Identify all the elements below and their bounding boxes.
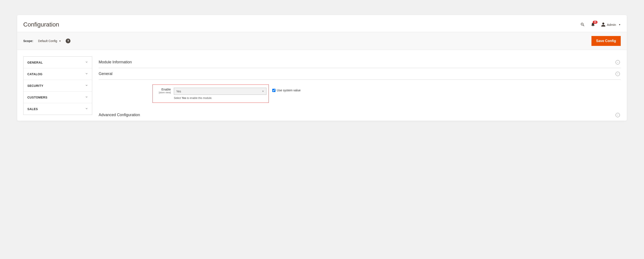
note-bold: Yes xyxy=(182,96,186,100)
scope-left: Scope: Default Config ▼ ? xyxy=(23,38,70,43)
chevron-down-icon xyxy=(85,96,88,99)
save-config-button[interactable]: Save Config xyxy=(592,36,621,46)
scope-picker[interactable]: Default Config ▼ xyxy=(38,39,61,43)
note-post: to enable this module. xyxy=(186,96,212,100)
use-system-checkbox[interactable] xyxy=(272,89,276,92)
caret-icon: ▼ xyxy=(618,24,621,26)
chevron-down-icon xyxy=(85,72,88,76)
config-main: Module Information General Enable [store… xyxy=(99,56,621,121)
field-label: Enable xyxy=(156,88,171,91)
sidebar-item-label: SECURITY xyxy=(27,84,43,88)
section-title: General xyxy=(99,72,112,76)
scope-label: Scope: xyxy=(23,39,34,43)
scope-bar: Scope: Default Config ▼ ? Save Config xyxy=(17,32,627,50)
sidebar-item-label: CATALOG xyxy=(27,72,42,76)
field-enable: Enable [store view] Yes ▼ Select Yes to … xyxy=(156,88,261,100)
help-icon[interactable]: ? xyxy=(66,38,70,43)
notifications-button[interactable]: 35 xyxy=(590,22,595,27)
chevron-down-icon xyxy=(616,113,620,117)
section-module-information[interactable]: Module Information xyxy=(99,56,621,68)
user-label: Admin xyxy=(607,23,616,26)
field-note: Select Yes to enable this module. xyxy=(174,96,266,100)
sidebar-item-label: SALES xyxy=(27,107,38,111)
section-title: Advanced Configuration xyxy=(99,113,140,117)
section-general-body: Enable [store view] Yes ▼ Select Yes to … xyxy=(99,80,621,109)
user-icon xyxy=(601,22,606,27)
sidebar-item-general[interactable]: GENERAL xyxy=(24,57,92,68)
config-sidebar: GENERAL CATALOG SECURITY CUSTOMERS SALES xyxy=(23,56,92,115)
sidebar-item-catalog[interactable]: CATALOG xyxy=(24,68,92,80)
enable-select[interactable]: Yes ▼ xyxy=(174,88,266,95)
note-pre: Select xyxy=(174,96,182,100)
sidebar-item-label: GENERAL xyxy=(27,61,43,64)
section-advanced-configuration[interactable]: Advanced Configuration xyxy=(99,109,621,121)
config-panel: Configuration 35 Admin ▼ Scope: xyxy=(17,15,627,121)
chevron-up-icon xyxy=(616,72,620,76)
field-sublabel: [store view] xyxy=(156,91,171,94)
use-system-label: Use system value xyxy=(277,88,300,92)
search-icon[interactable] xyxy=(580,22,585,27)
page-header: Configuration 35 Admin ▼ xyxy=(17,15,627,32)
page-title: Configuration xyxy=(23,21,59,28)
use-system-value[interactable]: Use system value xyxy=(272,88,300,92)
select-value: Yes xyxy=(176,90,181,93)
chevron-down-icon xyxy=(616,60,620,64)
chevron-down-icon xyxy=(85,60,88,64)
sidebar-item-label: CUSTOMERS xyxy=(27,96,48,99)
sidebar-item-security[interactable]: SECURITY xyxy=(24,80,92,92)
caret-icon: ▼ xyxy=(59,40,61,42)
chevron-down-icon xyxy=(85,107,88,111)
sidebar-item-customers[interactable]: CUSTOMERS xyxy=(24,92,92,103)
section-general[interactable]: General xyxy=(99,68,621,80)
chevron-down-icon xyxy=(85,84,88,88)
section-title: Module Information xyxy=(99,60,132,64)
scope-value: Default Config xyxy=(38,39,57,43)
triangle-down-icon: ▼ xyxy=(262,90,264,92)
header-actions: 35 Admin ▼ xyxy=(580,22,621,27)
config-body: GENERAL CATALOG SECURITY CUSTOMERS SALES xyxy=(17,50,627,121)
field-label-col: Enable [store view] xyxy=(156,88,171,94)
sidebar-item-sales[interactable]: SALES xyxy=(24,103,92,115)
user-menu[interactable]: Admin ▼ xyxy=(601,22,621,27)
field-control-col: Yes ▼ Select Yes to enable this module. xyxy=(174,88,266,100)
enable-highlight: Enable [store view] Yes ▼ Select Yes to … xyxy=(152,84,269,103)
notification-badge: 35 xyxy=(593,21,597,24)
